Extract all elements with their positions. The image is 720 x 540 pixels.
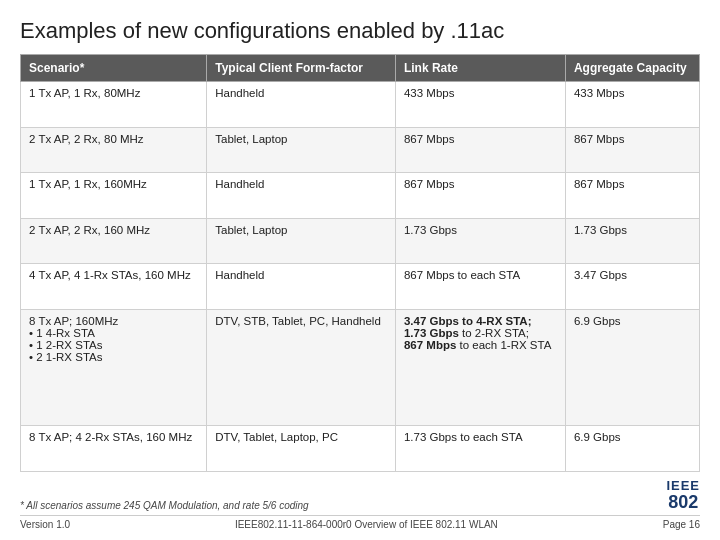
ieee-text: IEEE [666, 478, 700, 493]
ieee-logo: IEEE 802 [666, 478, 700, 511]
cell-form-factor: Tablet, Laptop [207, 218, 396, 264]
cell-scenario: 1 Tx AP, 1 Rx, 80MHz [21, 82, 207, 128]
cell-scenario: 1 Tx AP, 1 Rx, 160MHz [21, 173, 207, 219]
table-row: 8 Tx AP; 160MHz• 1 4-Rx STA• 1 2-RX STAs… [21, 309, 700, 426]
scenarios-table: Scenario* Typical Client Form-factor Lin… [20, 54, 700, 472]
cell-form-factor: DTV, STB, Tablet, PC, Handheld [207, 309, 396, 426]
footer-center-text: IEEE802.11-11-864-000r0 Overview of IEEE… [80, 519, 653, 530]
table-row: 4 Tx AP, 4 1-Rx STAs, 160 MHzHandheld867… [21, 264, 700, 310]
page: Examples of new configurations enabled b… [0, 0, 720, 540]
col-header-scenario: Scenario* [21, 55, 207, 82]
cell-aggregate: 1.73 Gbps [565, 218, 699, 264]
version-label: Version 1.0 [20, 519, 70, 530]
cell-form-factor: Handheld [207, 82, 396, 128]
cell-aggregate: 6.9 Gbps [565, 426, 699, 472]
col-header-aggregate: Aggregate Capacity [565, 55, 699, 82]
cell-aggregate: 867 Mbps [565, 173, 699, 219]
cell-aggregate: 6.9 Gbps [565, 309, 699, 426]
table-row: 2 Tx AP, 2 Rx, 80 MHzTablet, Laptop867 M… [21, 127, 700, 173]
cell-scenario: 8 Tx AP; 4 2-Rx STAs, 160 MHz [21, 426, 207, 472]
cell-form-factor: DTV, Tablet, Laptop, PC [207, 426, 396, 472]
footer-bottom: Version 1.0 IEEE802.11-11-864-000r0 Over… [20, 515, 700, 530]
page-number: Page 16 [663, 519, 700, 530]
cell-link-rate: 433 Mbps [395, 82, 565, 128]
col-header-link-rate: Link Rate [395, 55, 565, 82]
cell-link-rate: 1.73 Gbps to each STA [395, 426, 565, 472]
cell-scenario: 8 Tx AP; 160MHz• 1 4-Rx STA• 1 2-RX STAs… [21, 309, 207, 426]
cell-link-rate: 1.73 Gbps [395, 218, 565, 264]
cell-scenario: 2 Tx AP, 2 Rx, 80 MHz [21, 127, 207, 173]
cell-aggregate: 433 Mbps [565, 82, 699, 128]
cell-link-rate: 867 Mbps [395, 127, 565, 173]
cell-scenario: 2 Tx AP, 2 Rx, 160 MHz [21, 218, 207, 264]
cell-form-factor: Handheld [207, 173, 396, 219]
cell-link-rate: 867 Mbps [395, 173, 565, 219]
cell-scenario: 4 Tx AP, 4 1-Rx STAs, 160 MHz [21, 264, 207, 310]
table-row: 1 Tx AP, 1 Rx, 160MHzHandheld867 Mbps867… [21, 173, 700, 219]
table-row: 1 Tx AP, 1 Rx, 80MHzHandheld433 Mbps433 … [21, 82, 700, 128]
table-row: 2 Tx AP, 2 Rx, 160 MHzTablet, Laptop1.73… [21, 218, 700, 264]
page-title: Examples of new configurations enabled b… [20, 18, 700, 44]
ieee-802: 802 [668, 493, 698, 511]
cell-aggregate: 3.47 Gbps [565, 264, 699, 310]
col-header-form-factor: Typical Client Form-factor [207, 55, 396, 82]
cell-link-rate: 867 Mbps to each STA [395, 264, 565, 310]
cell-link-rate: 3.47 Gbps to 4-RX STA;1.73 Gbps to 2-RX … [395, 309, 565, 426]
cell-form-factor: Tablet, Laptop [207, 127, 396, 173]
footer: * All scenarios assume 245 QAM Modulatio… [20, 478, 700, 511]
table-header-row: Scenario* Typical Client Form-factor Lin… [21, 55, 700, 82]
footer-note: * All scenarios assume 245 QAM Modulatio… [20, 500, 309, 511]
cell-aggregate: 867 Mbps [565, 127, 699, 173]
table-row: 8 Tx AP; 4 2-Rx STAs, 160 MHzDTV, Tablet… [21, 426, 700, 472]
cell-form-factor: Handheld [207, 264, 396, 310]
